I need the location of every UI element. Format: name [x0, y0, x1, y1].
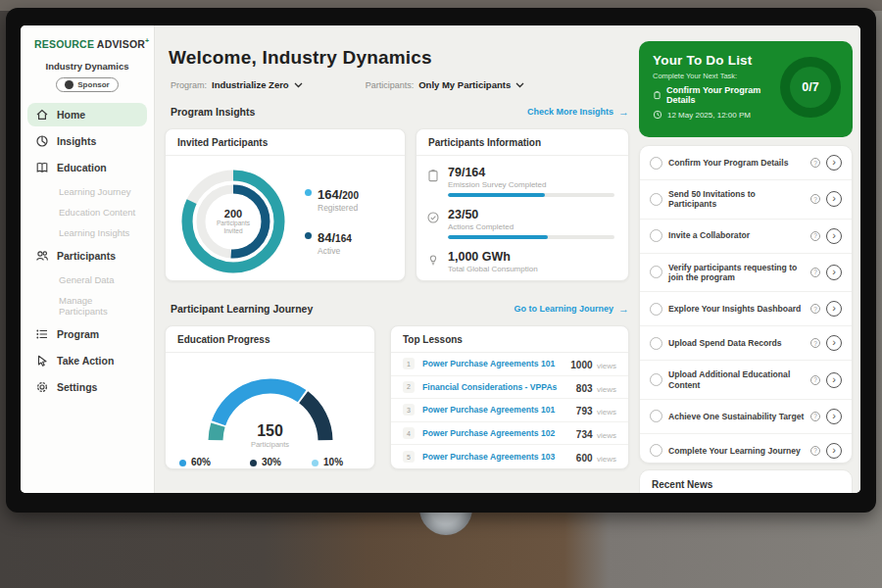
- sidebar-item-general-data[interactable]: General Data: [27, 270, 147, 290]
- lesson-link[interactable]: Power Purchase Agreements 102: [422, 428, 568, 438]
- legend-dot: [312, 460, 318, 466]
- program-insights-section: Program Insights Check More Insights→: [171, 106, 629, 118]
- legend-item-registered: 164/200 Registered: [305, 185, 359, 213]
- todo-tasks-card: Confirm Your Program Details ? › Send 50…: [639, 145, 853, 464]
- chevron-right-icon[interactable]: ›: [826, 191, 842, 207]
- program-dropdown[interactable]: Program: Industrialize Zero: [171, 79, 303, 90]
- chevron-right-icon[interactable]: ›: [826, 265, 842, 280]
- card-title: Top Lessons: [391, 326, 628, 353]
- task-item[interactable]: Upload Spend Data Records ? ›: [640, 326, 852, 361]
- task-checkbox[interactable]: [650, 373, 662, 386]
- clock-icon: [653, 110, 662, 120]
- sidebar-item-learning-journey[interactable]: Learning Journey: [27, 181, 147, 202]
- top-lessons-card: Top Lessons 1 Power Purchase Agreements …: [390, 325, 629, 469]
- task-checkbox[interactable]: [650, 444, 662, 457]
- donut-center-value: 200: [224, 208, 242, 220]
- help-icon[interactable]: ?: [810, 375, 820, 385]
- chevron-right-icon[interactable]: ›: [826, 409, 842, 424]
- app-logo: RESOURCE ADVISOR+: [21, 25, 154, 52]
- chevron-right-icon[interactable]: ›: [826, 301, 842, 317]
- sidebar-item-education[interactable]: Education: [27, 156, 147, 179]
- help-icon[interactable]: ?: [810, 338, 820, 348]
- help-icon[interactable]: ?: [810, 231, 820, 241]
- sidebar-item-insights[interactable]: Insights: [27, 129, 147, 153]
- monitor-frame: RESOURCE ADVISOR+ Industry Dynamics Spon…: [6, 8, 876, 513]
- lesson-link[interactable]: Power Purchase Agreements 103: [422, 452, 568, 462]
- help-icon[interactable]: ?: [810, 304, 820, 314]
- sidebar-item-label: Settings: [57, 381, 97, 393]
- help-icon[interactable]: ?: [810, 158, 820, 168]
- task-item[interactable]: Invite a Collaborator ? ›: [640, 220, 852, 254]
- recent-news-card: Recent News: [639, 469, 853, 493]
- learning-journey-section: Participant Learning Journey Go to Learn…: [171, 303, 629, 315]
- task-checkbox[interactable]: [650, 303, 662, 316]
- task-checkbox[interactable]: [650, 157, 662, 170]
- task-item[interactable]: Upload Additional Educational Content ? …: [640, 361, 852, 400]
- chevron-right-icon[interactable]: ›: [826, 155, 842, 171]
- sidebar-item-label: Participants: [57, 250, 116, 262]
- arrow-right-icon: →: [618, 106, 629, 118]
- help-icon[interactable]: ?: [810, 446, 820, 456]
- task-item[interactable]: Confirm Your Program Details ? ›: [640, 146, 852, 180]
- task-checkbox[interactable]: [650, 410, 662, 422]
- todo-counter: 0/7: [790, 67, 831, 108]
- task-item[interactable]: Complete Your Learning Journey ? ›: [640, 434, 852, 464]
- task-item[interactable]: Send 50 Invitations to Participants ? ›: [640, 180, 852, 220]
- info-row-consumption: 1,000 GWh Total Global Consumption: [426, 250, 614, 277]
- card-title: Education Progress: [166, 326, 374, 353]
- todo-title: Your To Do List: [653, 53, 780, 68]
- lesson-link[interactable]: Financial Considerations - VPPAs: [422, 382, 568, 392]
- card-title: Recent News: [640, 470, 852, 493]
- sidebar-item-learning-insights[interactable]: Learning Insights: [27, 222, 147, 243]
- chevron-right-icon[interactable]: ›: [826, 443, 842, 459]
- go-to-learning-journey-link[interactable]: Go to Learning Journey→: [514, 303, 629, 315]
- lesson-row: 3 Power Purchase Agreements 101 793 view…: [391, 399, 628, 422]
- task-item[interactable]: Verify participants requesting to join t…: [640, 254, 852, 293]
- task-checkbox[interactable]: [650, 193, 662, 206]
- legend-dot: [305, 189, 312, 196]
- sidebar-item-manage-participants[interactable]: Manage Participants: [27, 290, 147, 321]
- home-icon: [35, 108, 49, 122]
- card-title: Invited Participants: [166, 129, 405, 156]
- org-name: Industry Dynamics: [21, 61, 154, 72]
- sidebar-item-program[interactable]: Program: [27, 322, 147, 346]
- task-checkbox[interactable]: [650, 337, 662, 350]
- screen: RESOURCE ADVISOR+ Industry Dynamics Spon…: [21, 25, 860, 493]
- lesson-link[interactable]: Power Purchase Agreements 101: [422, 405, 568, 415]
- check-more-insights-link[interactable]: Check More Insights→: [527, 106, 629, 118]
- task-item[interactable]: Achieve One Sustainability Target ? ›: [640, 400, 852, 434]
- sidebar-item-participants[interactable]: Participants: [27, 244, 147, 268]
- chevron-right-icon[interactable]: ›: [826, 372, 842, 388]
- chevron-down-icon: [515, 82, 524, 88]
- participants-dropdown[interactable]: Participants: Only My Participants: [366, 79, 525, 90]
- legend-item-pending: 30%Pending: [250, 457, 289, 469]
- task-checkbox[interactable]: [650, 266, 662, 278]
- sidebar-item-home[interactable]: Home: [27, 103, 147, 126]
- sidebar-item-settings[interactable]: Settings: [27, 375, 147, 399]
- lesson-row: 1 Power Purchase Agreements 101 1000 vie…: [391, 353, 628, 376]
- lesson-rank: 1: [403, 358, 415, 369]
- education-progress-card: Education Progress 150 Participants 60%C…: [165, 325, 375, 469]
- arrow-right-icon: →: [618, 303, 629, 315]
- task-item[interactable]: Explore Your Insights Dashboard ? ›: [640, 292, 852, 326]
- chevron-down-icon: [294, 82, 303, 88]
- task-checkbox[interactable]: [650, 229, 662, 242]
- sidebar-item-take-action[interactable]: Take Action: [27, 349, 147, 372]
- sidebar-item-education-content[interactable]: Education Content: [27, 202, 147, 222]
- filters-bar: Program: Industrialize Zero Participants…: [171, 79, 524, 90]
- chevron-right-icon[interactable]: ›: [826, 335, 842, 351]
- lesson-row: 4 Power Purchase Agreements 102 734 view…: [391, 422, 628, 446]
- chevron-right-icon[interactable]: ›: [826, 228, 842, 244]
- help-icon[interactable]: ?: [810, 412, 820, 421]
- help-icon[interactable]: ?: [810, 194, 820, 204]
- gauge-center-label: Participants: [187, 440, 354, 449]
- help-icon[interactable]: ?: [810, 268, 820, 277]
- clipboard-icon: [653, 90, 662, 100]
- todo-next-task: Confirm Your Program Details: [653, 85, 780, 105]
- insights-icon: [35, 134, 49, 148]
- invited-participants-card: Invited Participants 200 Participants In…: [165, 128, 406, 281]
- education-gauge-chart: 150 Participants: [187, 365, 354, 449]
- participants-information-card: Participants Information 79/164 Emission…: [416, 128, 629, 281]
- lesson-link[interactable]: Power Purchase Agreements 101: [422, 359, 563, 368]
- program-icon: [35, 327, 49, 341]
